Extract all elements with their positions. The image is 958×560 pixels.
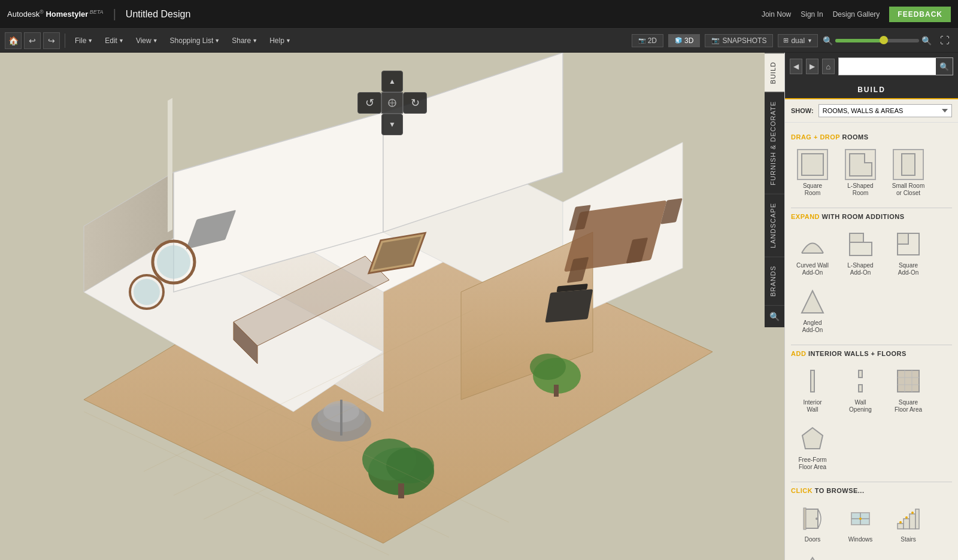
- feedback-button[interactable]: FEEDBACK: [889, 7, 951, 22]
- windows-shape: [845, 503, 876, 534]
- sq-floor-shape: [893, 366, 924, 397]
- home-icon-btn[interactable]: 🏠: [5, 32, 22, 49]
- sq-addon-item[interactable]: SquareAdd-On: [887, 226, 930, 279]
- svg-point-81: [911, 512, 914, 514]
- panel-search-wrap: 🔍: [838, 57, 953, 75]
- svg-marker-67: [802, 428, 823, 449]
- zoom-in-icon[interactable]: 🔍: [921, 36, 932, 45]
- wall-opening-item[interactable]: WallOpening: [839, 363, 882, 416]
- svg-rect-50: [902, 154, 915, 175]
- zoom-out-icon[interactable]: 🔍: [823, 36, 833, 45]
- panel-search-tab[interactable]: 🔍: [765, 305, 784, 327]
- browse-grid: Doors Windows: [791, 500, 952, 560]
- interior-wall-shape: [797, 366, 828, 397]
- sq-floor-item[interactable]: SquareFloor Area: [887, 363, 930, 416]
- angled-shape: [797, 286, 828, 317]
- panel-search-submit[interactable]: 🔍: [936, 58, 953, 75]
- ff-floor-shape: [797, 423, 828, 454]
- doors-item[interactable]: Doors: [791, 500, 834, 545]
- svg-rect-25: [554, 385, 559, 397]
- expand-header: EXPAND WITH ROOM ADDITIONS: [791, 213, 952, 220]
- l-addon-shape: [845, 229, 876, 260]
- ff-floor-label: Free-FormFloor Area: [798, 456, 826, 471]
- zoom-slider[interactable]: [835, 39, 919, 42]
- menu-separator-1: [65, 34, 65, 48]
- panel-back-btn[interactable]: ◀: [790, 59, 802, 74]
- view-2d-btn[interactable]: 📷 2D: [632, 34, 663, 47]
- room-square[interactable]: SquareRoom: [791, 147, 834, 199]
- show-label: SHOW:: [791, 107, 814, 114]
- tab-build[interactable]: BUILD: [765, 53, 784, 92]
- svg-rect-62: [898, 370, 919, 392]
- nav-row-mid: ↺ ↻: [357, 92, 427, 114]
- dual-btn[interactable]: ⊞ dual ▼: [778, 34, 818, 47]
- room-small-shape: [893, 149, 924, 180]
- wall-opening-label: WallOpening: [849, 399, 872, 413]
- build-label-bar: BUILD: [785, 80, 958, 99]
- top-right: Join Now Sign In Design Gallery FEEDBACK: [762, 7, 951, 22]
- fullscreen-btn[interactable]: ⛶: [936, 35, 953, 46]
- panel-search-input[interactable]: [839, 60, 936, 73]
- room-l-shape: [845, 149, 876, 180]
- svg-marker-53: [850, 233, 863, 242]
- fireplaces-item[interactable]: Fireplaces: [791, 550, 834, 560]
- panel-home-btn[interactable]: ⌂: [822, 59, 835, 74]
- design-gallery-link[interactable]: Design Gallery: [833, 10, 880, 19]
- redo-btn[interactable]: ↪: [43, 32, 60, 49]
- curved-wall-item[interactable]: Curved WallAdd-On: [791, 226, 834, 279]
- snapshots-btn[interactable]: 📷 SNAPSHOTS: [705, 34, 773, 47]
- room-l-shaped[interactable]: L-ShapedRoom: [839, 147, 882, 199]
- nav-row-top: ▲: [360, 71, 425, 92]
- menu-right: 📷 2D 🧊 3D 📷 SNAPSHOTS ⊞ dual ▼ 🔍 🔍 ⛶: [632, 34, 953, 47]
- nav-rotate-left-btn[interactable]: ↺: [357, 92, 381, 114]
- sq-addon-shape: [893, 229, 924, 260]
- panel-forward-btn[interactable]: ▶: [806, 59, 818, 74]
- room-small[interactable]: Small Roomor Closet: [887, 147, 930, 199]
- stairs-label: Stairs: [901, 536, 916, 543]
- show-dropdown[interactable]: ROOMS, WALLS & AREAS ROOMS ONLY WALLS ON…: [818, 104, 952, 117]
- edit-caret: ▼: [119, 38, 124, 44]
- right-tabs: BUILD FURNISH & DECORATE LANDSCAPE BRAND…: [765, 53, 784, 327]
- file-menu[interactable]: File ▼: [70, 34, 98, 47]
- windows-item[interactable]: Windows: [839, 500, 882, 545]
- interior-wall-label: InteriorWall: [803, 399, 821, 413]
- svg-rect-75: [898, 524, 904, 529]
- tab-landscape[interactable]: LANDSCAPE: [765, 194, 784, 257]
- right-panel: ◀ ▶ ⌂ 🔍 BUILD SHOW: ROOMS, WALLS & AREAS…: [784, 53, 958, 560]
- doors-label: Doors: [805, 536, 821, 543]
- nav-control: ▲ ↺ ↻ ▼: [357, 71, 427, 135]
- stairs-item[interactable]: Stairs: [887, 500, 930, 545]
- room-l-label: L-ShapedRoom: [847, 182, 873, 197]
- svg-rect-70: [804, 508, 806, 529]
- view-3d-btn[interactable]: 🧊 3D: [668, 34, 700, 47]
- sq-addon-label: SquareAdd-On: [898, 262, 918, 276]
- zoom-bar: 🔍 🔍: [823, 36, 932, 45]
- nav-rotate-right-btn[interactable]: ↻: [403, 92, 427, 114]
- curved-wall-label: Curved WallAdd-On: [796, 262, 829, 276]
- nav-center: [381, 92, 403, 114]
- app-logo: Autodesk® Homestyler BETA: [7, 9, 104, 19]
- undo-btn[interactable]: ↩: [24, 32, 41, 49]
- help-menu[interactable]: Help ▼: [265, 34, 296, 47]
- l-addon-item[interactable]: L-ShapedAdd-On: [839, 226, 882, 279]
- share-menu[interactable]: Share ▼: [227, 34, 262, 47]
- fireplaces-shape: [797, 552, 828, 560]
- zoom-thumb[interactable]: [880, 36, 888, 44]
- angled-item[interactable]: AngledAdd-On: [791, 284, 834, 336]
- join-now-link[interactable]: Join Now: [762, 10, 791, 19]
- view-menu[interactable]: View ▼: [131, 34, 163, 47]
- canvas-area[interactable]: ▲ ↺ ↻ ▼: [0, 53, 784, 560]
- shopping-list-menu[interactable]: Shopping List ▼: [165, 34, 225, 47]
- nav-row-bot: ▼: [360, 114, 425, 135]
- sign-in-link[interactable]: Sign In: [801, 10, 823, 19]
- edit-menu[interactable]: Edit ▼: [100, 34, 129, 47]
- interior-wall-item[interactable]: InteriorWall: [791, 363, 834, 416]
- room-square-shape: [797, 149, 828, 180]
- nav-down-btn[interactable]: ▼: [381, 114, 403, 135]
- tab-furnish[interactable]: FURNISH & DECORATE: [765, 92, 784, 194]
- tab-brands[interactable]: BRANDS: [765, 257, 784, 305]
- panel-content: DRAG + DROP ROOMS SquareRoom L-ShapedRoo…: [785, 123, 958, 560]
- ff-floor-item[interactable]: Free-FormFloor Area: [791, 421, 834, 473]
- l-addon-label: L-ShapedAdd-On: [847, 262, 873, 276]
- nav-up-btn[interactable]: ▲: [381, 71, 403, 92]
